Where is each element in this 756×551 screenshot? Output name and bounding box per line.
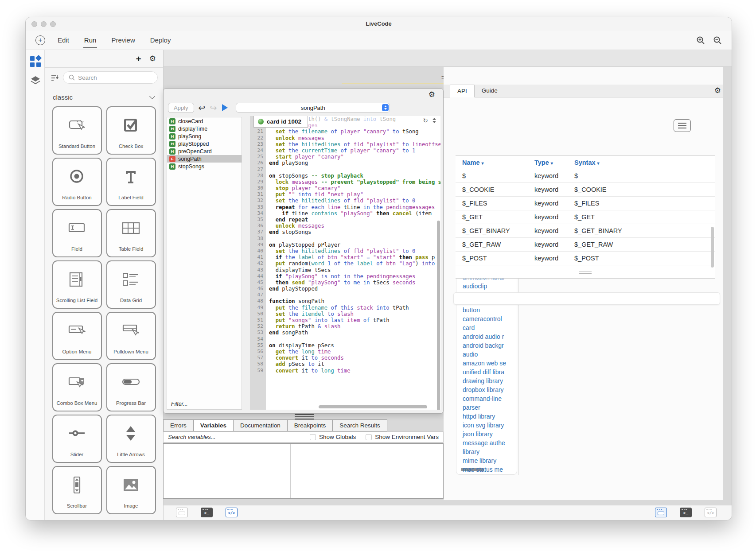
widgets-palette-icon[interactable] <box>30 56 41 67</box>
code-pane[interactable]: 19 put songPath() & tSongName into tSong… <box>250 116 440 410</box>
code-line-55[interactable]: 55on displayTime pSecs <box>250 342 440 349</box>
code-line-39[interactable]: 39on playStopped pPlayer <box>250 242 440 248</box>
code-line-35[interactable]: 35 end repeat <box>250 217 440 223</box>
docs-link-parser[interactable]: parser <box>463 404 480 411</box>
code-vertical-scrollbar[interactable] <box>436 128 440 410</box>
palette-tile-pulldown-menu[interactable]: Pulldown Menu <box>106 312 156 360</box>
table-row-$_GET[interactable]: $_GETkeyword$_GET <box>456 210 715 224</box>
code-line-23[interactable]: 23 set the hilitedlines of fld "playlist… <box>250 141 440 147</box>
code-line-31[interactable]: 31 put "" into fld "next play" <box>250 191 440 198</box>
code-icon[interactable]: </> <box>226 508 238 517</box>
code-line-29[interactable]: 29 lock messages -- prevent "playstopped… <box>250 179 440 185</box>
handler-item-stopSongs[interactable]: HstopSongs <box>167 163 242 170</box>
code-icon[interactable]: </> <box>705 508 717 517</box>
palette-tile-image[interactable]: Image <box>106 466 156 514</box>
docs-link-mac-status-me[interactable]: mac status me <box>463 466 503 473</box>
code-line-53[interactable]: 53end songPath <box>250 330 440 336</box>
docs-link-library[interactable]: library <box>463 448 479 455</box>
variables-search-input[interactable]: Search variables... <box>168 434 216 440</box>
palette-tile-little-arrows[interactable]: Little Arrows <box>106 415 156 463</box>
code-line-21[interactable]: 21 set the filename of player "canary" t… <box>250 128 440 135</box>
code-line-26[interactable]: 26end playSong <box>250 160 440 166</box>
window-icon[interactable] <box>176 508 188 517</box>
code-horizontal-scrollbar[interactable] <box>277 405 432 409</box>
add-tool-icon[interactable]: + <box>136 54 141 63</box>
handler-dropdown[interactable]: songPath <box>236 103 390 113</box>
tab-errors[interactable]: Errors <box>163 419 193 431</box>
palette-tile-label-field[interactable]: Label Field <box>106 158 156 206</box>
column-header-name[interactable]: Name ▾ <box>456 159 534 166</box>
script-tab-card-id-1002[interactable]: card id 1002 <box>253 116 308 128</box>
docs-link-android-backgr[interactable]: android backgr <box>463 342 504 349</box>
code-line-33[interactable]: 33 repeat for each line tLine in the pen… <box>250 204 440 210</box>
code-line-52[interactable]: 52 return tPath & slash <box>250 323 440 330</box>
handler-item-playStopped[interactable]: HplayStopped <box>167 140 242 147</box>
code-line-56[interactable]: 56 get the long time <box>250 349 440 355</box>
palette-settings-gear-icon[interactable]: ⚙ <box>149 55 156 62</box>
run-script-icon[interactable] <box>222 104 228 111</box>
code-line-45[interactable]: 45 then send "playSong" to me in tSecs s… <box>250 279 440 286</box>
code-line-51[interactable]: 51 put "songs" into last item of tPath <box>250 317 440 323</box>
code-line-24[interactable]: 24 set the currentTime of player "canary… <box>250 147 440 154</box>
new-stack-icon[interactable]: + <box>35 35 45 45</box>
terminal-icon[interactable]: >_ <box>201 508 213 517</box>
code-line-38[interactable]: 38 <box>250 236 440 242</box>
table-row-$_GET_BINARY[interactable]: $_GET_BINARYkeyword$_GET_BINARY <box>456 224 715 238</box>
docs-link-message-authe[interactable]: message authe <box>463 439 505 446</box>
palette-tile-field[interactable]: Field <box>52 209 102 257</box>
code-line-28[interactable]: 28on stopSongs -- stop playback <box>250 173 440 179</box>
code-line-50[interactable]: 50 set the itemdel to slash <box>250 311 440 317</box>
palette-tile-scrolling-list-field[interactable]: Scrolling List Field <box>52 260 102 309</box>
handler-filter-input[interactable]: Filter... <box>167 398 242 409</box>
docs-settings-gear-icon[interactable]: ⚙ <box>714 87 721 94</box>
docs-link-audio[interactable]: audio <box>463 351 478 358</box>
column-header-syntax[interactable]: Syntax ▾ <box>574 159 715 166</box>
docs-link-json-library[interactable]: json library <box>463 431 493 438</box>
handler-stepper-icon[interactable] <box>382 104 389 111</box>
docs-link-card[interactable]: card <box>463 324 475 331</box>
code-line-57[interactable]: 57 convert it to seconds <box>250 355 440 361</box>
palette-tile-combo-box-menu[interactable]: Combo Box Menu <box>52 363 102 411</box>
menu-item-edit[interactable]: Edit <box>57 32 70 47</box>
code-line-54[interactable]: 54 <box>250 336 440 342</box>
handler-item-preOpenCard[interactable]: HpreOpenCard <box>167 147 242 155</box>
palette-tile-check-box[interactable]: Check Box <box>106 106 156 155</box>
docs-link-unified-diff-libra[interactable]: unified diff libra <box>463 369 504 376</box>
docs-link-cameracontrol[interactable]: cameracontrol <box>463 315 502 322</box>
docs-link-httpd-library[interactable]: httpd library <box>463 413 495 420</box>
tab-breakpoints[interactable]: Breakpoints <box>287 419 332 431</box>
code-line-30[interactable]: 30 stop player "canary" <box>250 185 440 191</box>
table-resize-handle[interactable] <box>579 271 592 275</box>
palette-tile-table-field[interactable]: Table Field <box>106 209 156 257</box>
code-line-49[interactable]: 49 put the filename of this stack into t… <box>250 305 440 311</box>
palette-tile-radio-button[interactable]: Radio Button <box>52 158 102 206</box>
palette-tile-scrollbar[interactable]: Scrollbar <box>52 466 102 514</box>
handler-item-closeCard[interactable]: HcloseCard <box>167 117 242 125</box>
code-line-22[interactable]: 22 unlock messages <box>250 135 440 141</box>
code-line-34[interactable]: 34 if tLine contains "playSong" then can… <box>250 210 440 217</box>
palette-tile-slider[interactable]: Slider <box>52 415 102 463</box>
code-line-58[interactable]: 58 add pSecs to it <box>250 361 440 367</box>
docs-link-android-audio-r[interactable]: android audio r <box>463 333 504 340</box>
code-line-27[interactable]: 27 <box>250 167 440 173</box>
table-row-$_COOKIE[interactable]: $_COOKIEkeyword$_COOKIE <box>456 183 715 197</box>
tab-variables[interactable]: Variables <box>193 419 233 431</box>
table-scrollbar-thumb[interactable] <box>711 227 714 268</box>
code-line-40[interactable]: 40 set the hilitedlines of fld "playlist… <box>250 248 440 254</box>
checkbox-show-environment-vars[interactable]: Show Environment Vars <box>366 434 439 440</box>
code-line-25[interactable]: 25 start player "canary" <box>250 154 440 160</box>
revert-icon[interactable]: ↻ <box>423 117 428 124</box>
menu-item-run[interactable]: Run <box>83 32 97 48</box>
docs-link-audioclip[interactable]: audioclip <box>463 283 487 290</box>
window-icon[interactable] <box>655 508 667 517</box>
checkbox-box[interactable] <box>310 434 316 440</box>
handler-item-songPath[interactable]: FsongPath <box>167 155 242 163</box>
code-line-43[interactable]: 43 displayTime tSecs <box>250 267 440 273</box>
code-line-44[interactable]: 44 if "playSong" is not in the pendingme… <box>250 273 440 279</box>
palette-tile-standard-button[interactable]: Standard Button <box>52 106 102 155</box>
tab-stepper-icon[interactable] <box>433 118 436 123</box>
menu-item-deploy[interactable]: Deploy <box>149 32 172 47</box>
section-classic[interactable]: classic <box>45 86 163 105</box>
layers-icon[interactable] <box>30 75 41 85</box>
editor-splitter-handle[interactable] <box>295 414 314 420</box>
